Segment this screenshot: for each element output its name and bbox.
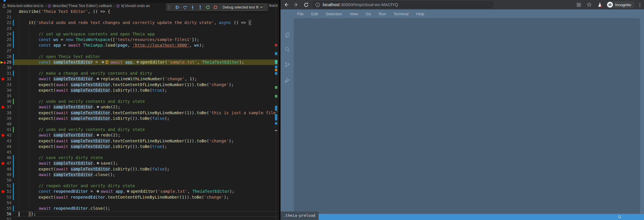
code-line[interactable]: 28 // open Theia text editor	[0, 54, 279, 59]
theia-activity-bar	[281, 18, 294, 220]
bookmark-star-icon[interactable]	[585, 1, 593, 8]
address-bar[interactable]: localhost:3000/#/tmp/cloud-ws-MACfYQ	[312, 1, 494, 8]
inline-breakpoint-candidate-icon	[97, 134, 99, 136]
line-number: 27	[2, 48, 11, 54]
code-line[interactable]: 45	[0, 149, 279, 155]
code-text: await sampleTextEditor.replaceLineWithLi…	[19, 76, 197, 82]
code-line[interactable]: 51 // reopen editor and verify dirty sta…	[0, 183, 279, 189]
code-line[interactable]: 40	[0, 121, 279, 127]
ruler-mark	[275, 130, 277, 131]
code-line[interactable]: 26 const app = await TheiaApp.load(page,…	[0, 42, 279, 48]
code-line[interactable]: 23	[0, 26, 279, 31]
code-line[interactable]: 49 await sampleTextEditor.close();	[0, 172, 279, 178]
code-line[interactable]: ▶29 const sampleTextEditor = await app.o…	[0, 59, 279, 65]
explorer-files-icon[interactable]	[284, 32, 291, 39]
debug-continue-button[interactable]	[174, 4, 181, 11]
extension-flask-icon[interactable]	[596, 1, 604, 8]
ruler-mark	[275, 72, 277, 75]
code-line[interactable]: 56 });	[0, 211, 279, 217]
back-button[interactable]	[282, 1, 290, 8]
test-beaker-icon	[2, 4, 6, 8]
theia-menu-terminal[interactable]: Terminal	[390, 12, 412, 16]
theia-statusbar[interactable]	[281, 214, 644, 220]
code-line[interactable]: 39 expect(await sampleTextEditor.isDirty…	[0, 116, 279, 121]
code-line[interactable]: 46 // save verify dirty state	[0, 155, 279, 161]
source-control-icon[interactable]	[284, 61, 291, 68]
debug-toolbar: Debug selected test file	[166, 3, 268, 11]
code-text: expect(await sampleTextEditor.textConten…	[19, 82, 234, 88]
code-text: expect(await sampleTextEditor.textConten…	[19, 110, 279, 116]
notifications-bell-icon[interactable]	[618, 215, 621, 219]
debug-step-out-button[interactable]	[196, 4, 204, 11]
code-line[interactable]: 36 // undo and verify contents and dirty…	[0, 99, 279, 104]
debug-stop-button[interactable]	[212, 4, 219, 11]
theia-menu-run[interactable]: Run	[375, 12, 390, 16]
debug-restart-button[interactable]	[204, 4, 212, 11]
code-line[interactable]: 57	[0, 217, 279, 220]
code-line[interactable]: 54	[0, 200, 279, 206]
code-line[interactable]: 25 const ws = new TheiaWorkspace(['tests…	[0, 37, 279, 42]
reload-button[interactable]	[302, 1, 310, 8]
code-editor[interactable]: 20describe('Theia Text Editor', () => {2…	[0, 9, 279, 220]
code-line[interactable]: 37 await sampleTextEditor.undo(2);	[0, 104, 279, 110]
site-info-icon[interactable]	[315, 2, 320, 7]
breadcrumb-describe[interactable]: describe('Theia Text Editor') callback	[52, 4, 112, 8]
theia-menu-file[interactable]: File	[293, 12, 307, 16]
code-line[interactable]: 53 expect(await reopenedEditor.textConte…	[0, 195, 279, 200]
breadcrumb-file[interactable]: theia-text-editor.test.ts	[7, 4, 43, 8]
code-line[interactable]: 50	[0, 178, 279, 183]
code-line[interactable]: 33 expect(await sampleTextEditor.textCon…	[0, 82, 279, 88]
breadcrumb-it[interactable]: it('should undo an	[121, 4, 150, 8]
url-path: :3000/#/tmp/cloud-ws-MACfYQ	[339, 2, 398, 7]
code-line[interactable]: 35	[0, 93, 279, 99]
code-line[interactable]: 31 // make a change and verify contents …	[0, 71, 279, 76]
code-line[interactable]: 30	[0, 65, 279, 71]
code-line[interactable]: 38 expect(await sampleTextEditor.textCon…	[0, 110, 279, 116]
theia-menu-help[interactable]: Help	[412, 12, 428, 16]
incognito-badge[interactable]: Incognito	[606, 1, 635, 8]
chevron-down-icon[interactable]	[258, 4, 264, 10]
code-line[interactable]: 41 // undo and verify contents and dirty…	[0, 127, 279, 132]
browser-menu-icon[interactable]: ⋮	[638, 2, 642, 8]
code-line[interactable]: 43 expect(await sampleTextEditor.textCon…	[0, 138, 279, 144]
forward-button[interactable]	[292, 1, 300, 8]
code-line[interactable]: 34 expect(await sampleTextEditor.isDirty…	[0, 88, 279, 93]
browser-toolbar: localhost:3000/#/tmp/cloud-ws-MACfYQ Inc…	[281, 0, 644, 9]
code-line[interactable]: 42 await sampleTextEditor.redo(2);	[0, 132, 279, 138]
ruler-mark	[275, 60, 277, 64]
theia-menu-view[interactable]: View	[346, 12, 362, 16]
theia-menu-go[interactable]: Go	[362, 12, 375, 16]
code-line[interactable]: 47 await sampleTextEditor.save();	[0, 161, 279, 166]
gutter-change-bar	[13, 166, 14, 172]
line-number: 48	[2, 166, 11, 172]
code-line[interactable]: 44 expect(await sampleTextEditor.isDirty…	[0, 144, 279, 149]
overview-ruler[interactable]	[275, 0, 278, 220]
code-line[interactable]: 27	[0, 48, 279, 54]
drag-grip-icon[interactable]	[168, 6, 172, 9]
code-line[interactable]: 48 expect(await sampleTextEditor.isDirty…	[0, 166, 279, 172]
code-line[interactable]: 32 await sampleTextEditor.replaceLineWit…	[0, 76, 279, 82]
debug-config-dropdown[interactable]: Debug selected test file	[220, 4, 264, 10]
incognito-label: Incognito	[615, 3, 631, 7]
code-line[interactable]: 55 await reopenedEditor.close();	[0, 206, 279, 211]
code-line[interactable]: 21	[0, 14, 279, 20]
line-number: 54	[2, 200, 11, 206]
line-number: 46	[2, 155, 11, 161]
ruler-mark	[275, 114, 277, 120]
line-number: 21	[2, 14, 11, 20]
theia-menu-selection[interactable]: Selection	[322, 12, 346, 16]
tab-accent-mark	[4, 0, 6, 1]
theia-menu-edit[interactable]: Edit	[307, 12, 322, 16]
url-text[interactable]: localhost:3000/#/tmp/cloud-ws-MACfYQ	[323, 2, 398, 7]
search-icon[interactable]	[284, 46, 291, 53]
code-text: const sampleTextEditor = await app.openE…	[19, 59, 244, 65]
debug-step-over-button[interactable]	[181, 4, 189, 11]
inline-paused-position-icon	[106, 60, 108, 64]
tab-groups-icon[interactable]	[575, 1, 582, 8]
line-number: 26	[2, 42, 11, 48]
code-line[interactable]: 22 it('should undo and redo text changes…	[0, 20, 279, 25]
debug-step-into-button[interactable]	[189, 4, 196, 11]
code-line[interactable]: 24 // set up workspace contents and open…	[0, 31, 279, 37]
debug-icon[interactable]	[284, 77, 291, 84]
code-line[interactable]: 52 const reopenedEditor = await app.open…	[0, 189, 279, 194]
